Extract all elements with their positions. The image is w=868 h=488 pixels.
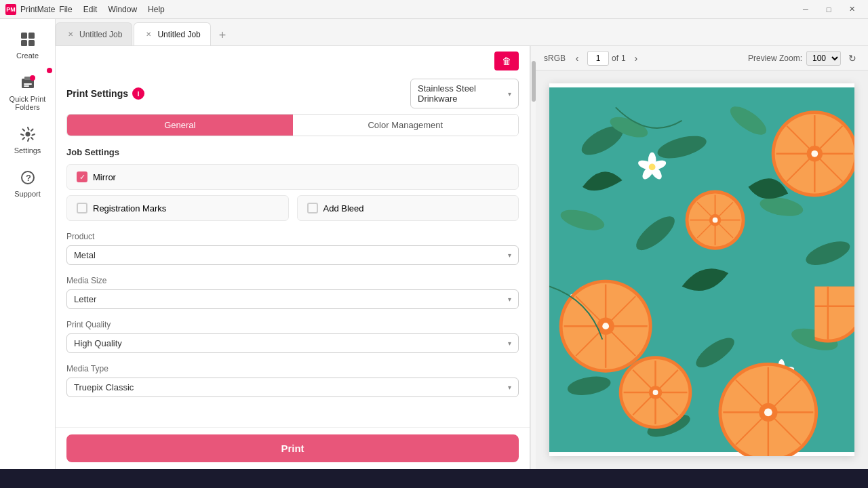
prev-page-button[interactable]: ‹ xyxy=(570,51,585,66)
menu-file[interactable]: File xyxy=(59,5,72,14)
tab-0-label: Untitled Job xyxy=(79,30,122,39)
material-value: Stainless Steel Drinkware xyxy=(418,83,508,104)
settings-scroll-area[interactable]: Print Settings i Stainless Steel Drinkwa… xyxy=(56,70,530,427)
product-dropdown[interactable]: Metal ▾ xyxy=(66,245,519,265)
print-quality-group: Print Quality High Quality ▾ xyxy=(66,320,519,353)
svg-rect-1 xyxy=(28,33,35,39)
media-size-value: Letter xyxy=(74,294,96,304)
mirror-row[interactable]: ✓ Mirror xyxy=(66,164,519,190)
registration-marks-row[interactable]: Registration Marks xyxy=(66,195,289,221)
sidebar-item-support[interactable]: ? Support xyxy=(3,163,52,203)
svg-text:?: ? xyxy=(26,173,31,183)
create-icon xyxy=(18,30,37,49)
close-button[interactable]: ✕ xyxy=(841,3,863,16)
page-number-input[interactable] xyxy=(587,51,609,66)
delete-button[interactable]: 🗑 xyxy=(494,52,519,70)
print-bar: Print xyxy=(56,427,530,469)
registration-marks-checkbox[interactable] xyxy=(77,203,87,214)
next-page-button[interactable]: › xyxy=(629,51,644,66)
page-navigation: ‹ of 1 › xyxy=(570,51,644,66)
preview-canvas xyxy=(536,70,868,469)
svg-rect-0 xyxy=(21,33,27,39)
tab-1-label: Untitled Job xyxy=(157,30,200,39)
left-scrollbar[interactable] xyxy=(530,46,536,469)
page-total-label: 1 xyxy=(621,54,626,63)
product-chevron-icon: ▾ xyxy=(508,251,511,259)
product-group: Product Metal ▾ xyxy=(66,232,519,265)
svg-point-69 xyxy=(764,408,772,416)
minimize-button[interactable]: ─ xyxy=(795,3,816,16)
media-size-chevron-icon: ▾ xyxy=(508,296,511,303)
svg-point-90 xyxy=(713,218,718,223)
print-quality-chevron-icon: ▾ xyxy=(508,340,511,347)
product-value: Metal xyxy=(74,250,96,260)
support-icon: ? xyxy=(18,168,37,187)
page-of-label: of xyxy=(612,54,618,63)
media-size-label: Media Size xyxy=(66,276,519,285)
create-label: Create xyxy=(16,52,39,60)
menu-window[interactable]: Window xyxy=(108,5,137,14)
app-name: PrintMate xyxy=(20,5,55,14)
quick-print-label: Quick Print Folders xyxy=(6,95,50,111)
media-type-value: Truepix Classic xyxy=(74,382,134,392)
media-size-group: Media Size Letter ▾ xyxy=(66,276,519,309)
media-type-label: Media Type xyxy=(66,364,519,373)
media-type-dropdown[interactable]: Truepix Classic ▾ xyxy=(66,378,519,397)
tab-general[interactable]: General xyxy=(67,115,293,136)
zoom-select[interactable]: 100 75 50 150 200 xyxy=(806,51,841,66)
print-button[interactable]: Print xyxy=(66,434,519,462)
sidebar-item-quick-print[interactable]: Quick Print Folders xyxy=(3,68,52,117)
titlebar: PM PrintMate File Edit Window Help ─ □ ✕ xyxy=(0,0,868,19)
tab-1[interactable]: ✕ Untitled Job xyxy=(134,22,210,45)
tab-add-button[interactable]: + xyxy=(212,25,233,45)
svg-rect-6 xyxy=(24,83,32,85)
settings-icon xyxy=(18,125,37,144)
tab-0-close[interactable]: ✕ xyxy=(66,30,75,39)
mirror-label: Mirror xyxy=(93,172,116,182)
support-label: Support xyxy=(14,190,41,198)
print-quality-label: Print Quality xyxy=(66,320,519,329)
preview-toolbar: sRGB ‹ of 1 › Preview Zoom: xyxy=(536,46,868,70)
info-icon[interactable]: i xyxy=(132,87,144,100)
product-label: Product xyxy=(66,232,519,241)
svg-point-8 xyxy=(30,75,35,81)
add-bleed-row[interactable]: Add Bleed xyxy=(297,195,519,221)
checkbox-pair: Registration Marks Add Bleed xyxy=(66,195,519,221)
print-quality-dropdown[interactable]: High Quality ▾ xyxy=(66,333,519,353)
tab-color-management[interactable]: Color Management xyxy=(293,115,519,136)
tabs-bar: ✕ Untitled Job ✕ Untitled Job + xyxy=(56,19,868,46)
material-dropdown[interactable]: Stainless Steel Drinkware ▾ xyxy=(410,79,519,108)
add-bleed-checkbox[interactable] xyxy=(307,203,318,214)
sidebar-item-create[interactable]: Create xyxy=(3,24,52,65)
maximize-button[interactable]: □ xyxy=(818,3,840,16)
job-settings-label: Job Settings xyxy=(66,147,519,157)
svg-point-61 xyxy=(602,323,609,329)
svg-point-77 xyxy=(653,390,658,395)
print-settings-header: Print Settings i Stainless Steel Drinkwa… xyxy=(66,70,519,114)
tab-0[interactable]: ✕ Untitled Job xyxy=(56,22,132,45)
mirror-checkbox[interactable]: ✓ xyxy=(77,171,87,182)
settings-label: Settings xyxy=(14,146,41,155)
menu-edit[interactable]: Edit xyxy=(83,5,98,14)
sidebar: Create Quick Print Folders xyxy=(0,19,56,469)
tab-1-close[interactable]: ✕ xyxy=(144,30,153,39)
add-bleed-label: Add Bleed xyxy=(323,203,364,214)
preview-page xyxy=(549,83,854,456)
refresh-button[interactable]: ↻ xyxy=(845,51,860,66)
registration-marks-label: Registration Marks xyxy=(93,203,166,214)
zoom-label: Preview Zoom: xyxy=(748,54,802,63)
panel-top-toolbar: 🗑 xyxy=(56,46,530,70)
media-type-chevron-icon: ▾ xyxy=(508,384,511,391)
preview-image xyxy=(549,83,854,456)
delete-icon: 🗑 xyxy=(502,56,511,66)
media-type-group: Media Type Truepix Classic ▾ xyxy=(66,364,519,397)
media-size-dropdown[interactable]: Letter ▾ xyxy=(66,289,519,309)
svg-rect-3 xyxy=(28,40,35,46)
sidebar-item-settings[interactable]: Settings xyxy=(3,119,52,160)
settings-tabs: General Color Management xyxy=(66,114,519,136)
app-logo: PM xyxy=(5,4,16,15)
quick-print-icon xyxy=(18,73,37,92)
svg-point-33 xyxy=(649,163,656,170)
scrollbar-thumb[interactable] xyxy=(532,61,536,102)
menu-help[interactable]: Help xyxy=(148,5,165,14)
